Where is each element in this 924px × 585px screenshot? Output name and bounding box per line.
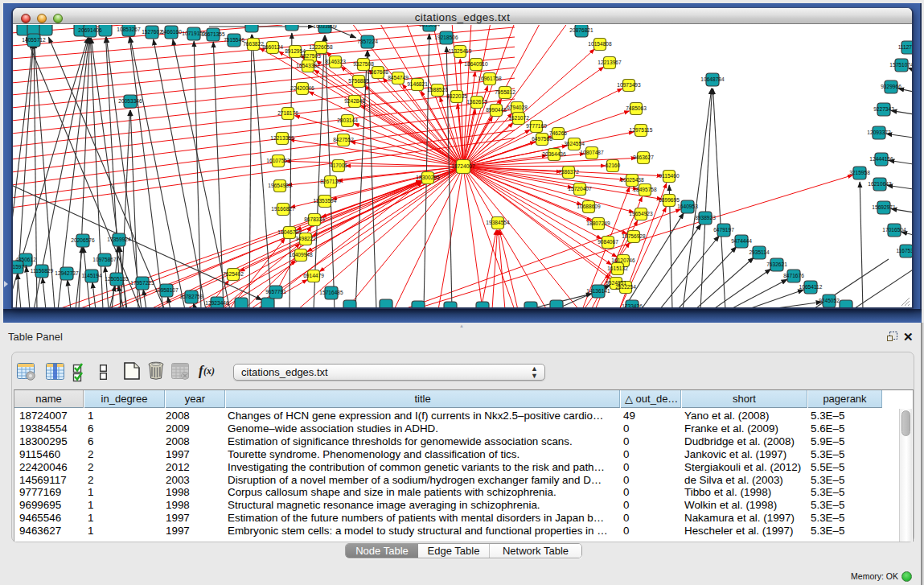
svg-text:1362615: 1362615 [466,99,487,105]
svg-text:9329966: 9329966 [881,84,901,89]
svg-text:62160: 62160 [606,163,621,168]
svg-text:16107553: 16107553 [266,158,290,163]
svg-text:16671355: 16671355 [201,31,225,37]
svg-text:(x): (x) [203,365,215,377]
svg-text:18807249: 18807249 [586,220,610,226]
svg-text:12505135: 12505135 [105,276,129,282]
svg-text:6497568: 6497568 [532,136,552,142]
svg-text:1615132: 1615132 [607,266,628,271]
svg-text:18640910: 18640910 [464,61,488,67]
svg-text:22420046: 22420046 [290,85,314,91]
svg-text:10654112: 10654112 [799,284,823,290]
svg-text:19384554: 19384554 [486,220,510,225]
svg-text:10154808: 10154808 [588,41,612,47]
svg-text:8678334: 8678334 [304,216,325,222]
svg-text:10688609: 10688609 [577,204,601,209]
svg-text:746266: 746266 [549,130,567,136]
svg-text:2522254: 2522254 [615,284,636,290]
svg-text:1621072: 1621072 [508,115,529,121]
svg-text:15751074: 15751074 [889,62,912,68]
svg-text:3624554: 3624554 [564,141,585,146]
svg-text:3215958: 3215958 [849,170,870,175]
svg-text:9084067: 9084067 [598,239,618,245]
svg-text:16046788: 16046788 [277,229,302,235]
svg-text:9146821: 9146821 [407,81,428,87]
svg-text:6794028: 6794028 [507,105,528,110]
svg-text:3498222: 3498222 [295,236,316,241]
svg-text:15720407: 15720407 [568,186,592,192]
svg-text:2367608: 2367608 [368,69,388,75]
svg-text:2935114: 2935114 [749,249,770,255]
svg-text:12226058: 12226058 [309,44,333,50]
svg-text:9245052: 9245052 [819,298,840,303]
svg-text:16961758: 16961758 [478,76,502,81]
svg-text:7632621: 7632621 [766,262,787,267]
svg-text:17359924: 17359924 [107,237,131,242]
svg-text:7515546: 7515546 [224,37,244,43]
svg-text:16120746: 16120746 [611,257,635,263]
svg-text:19654983: 19654983 [268,183,292,188]
svg-text:12444156: 12444156 [869,156,893,162]
svg-text:9327508: 9327508 [353,61,374,67]
svg-text:12923446: 12923446 [205,300,229,306]
svg-text:7625402: 7625402 [223,271,244,277]
svg-text:1167533: 1167533 [896,248,912,253]
svg-text:8938923: 8938923 [695,215,716,220]
svg-text:7485063: 7485063 [626,105,647,111]
svg-text:10648784: 10648784 [700,76,725,82]
svg-text:417006: 417006 [330,163,347,168]
svg-text:12942737: 12942737 [55,270,79,276]
svg-text:8146323: 8146323 [325,59,346,64]
svg-text:19166827: 19166827 [271,206,295,212]
svg-text:8322035: 8322035 [446,93,467,99]
svg-text:3827503: 3827503 [300,53,321,59]
svg-text:9474444: 9474444 [731,238,752,244]
svg-text:20053346: 20053346 [118,98,142,104]
svg-text:15692971: 15692971 [872,204,896,210]
svg-text:6914479: 6914479 [303,273,324,278]
svg-text:7663822: 7663822 [243,41,264,47]
svg-text:1588520: 1588520 [427,87,448,93]
svg-text:1640953: 1640953 [677,204,698,209]
svg-text:12213967: 12213967 [598,60,622,65]
svg-text:12975115: 12975115 [630,127,653,133]
svg-text:15716485: 15716485 [319,290,343,295]
svg-text:19218506: 19218506 [434,35,458,40]
svg-text:7955812: 7955812 [495,89,515,95]
svg-text:17016504: 17016504 [882,227,906,233]
svg-text:2803144: 2803144 [337,117,358,123]
svg-text:1112734: 1112734 [898,44,912,50]
svg-text:16210643: 16210643 [868,181,892,187]
svg-text:14136141: 14136141 [586,288,610,294]
svg-text:10973493: 10973493 [617,82,641,88]
svg-text:19756928: 19756928 [622,233,646,239]
svg-text:9227343: 9227343 [873,106,894,112]
svg-text:16409948: 16409948 [289,252,313,257]
svg-text:18495758: 18495758 [633,187,657,192]
svg-text:10958107: 10958107 [154,287,179,293]
svg-text:16033809: 16033809 [313,25,337,29]
svg-text:10025438: 10025438 [620,177,644,183]
svg-text:20691406: 20691406 [78,27,102,33]
svg-text:9657791: 9657791 [265,289,286,295]
svg-text:9777169: 9777169 [526,123,547,129]
svg-text:8471676: 8471676 [783,273,804,278]
svg-text:8990448: 8990448 [486,107,507,113]
svg-text:7386372: 7386372 [558,169,579,175]
svg-text:11156829: 11156829 [31,268,54,274]
svg-text:7357224: 7357224 [357,39,378,44]
svg-text:16782759: 16782759 [179,294,203,299]
svg-text:4350612: 4350612 [15,257,36,262]
svg-text:2718176: 2718176 [277,110,298,116]
svg-text:11325419: 11325419 [449,48,472,54]
svg-text:8813054: 8813054 [419,25,440,27]
svg-text:14055712: 14055712 [22,37,46,43]
svg-text:3915974: 3915974 [13,264,27,270]
svg-text:1145194: 1145194 [81,273,102,278]
svg-text:8267130: 8267130 [320,179,341,184]
svg-text:12213369: 12213369 [270,135,294,141]
svg-text:20206576: 20206576 [71,237,95,243]
svg-text:16543382: 16543382 [296,63,320,68]
svg-text:9115460: 9115460 [659,173,680,179]
svg-text:10853267: 10853267 [117,27,141,32]
